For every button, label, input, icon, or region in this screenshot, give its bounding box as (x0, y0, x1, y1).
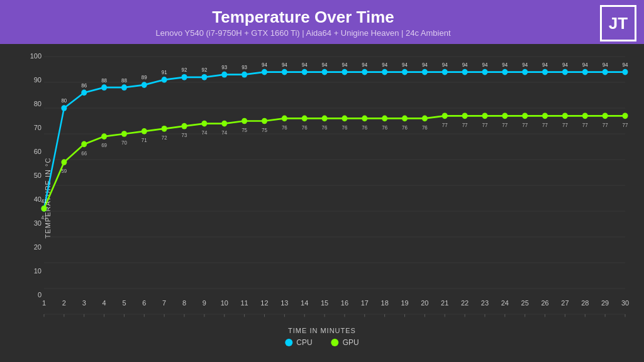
svg-text:94: 94 (402, 62, 408, 68)
svg-point-67 (562, 69, 568, 75)
svg-text:94: 94 (322, 62, 328, 68)
svg-text:94: 94 (482, 62, 488, 68)
x-tick: 5 (119, 299, 129, 307)
x-tick: 19 (400, 299, 410, 307)
svg-text:76: 76 (422, 124, 428, 130)
x-tick: 10 (219, 299, 230, 307)
svg-point-91 (442, 112, 448, 119)
svg-point-55 (322, 69, 328, 75)
svg-text:88: 88 (101, 77, 107, 83)
x-tick: 26 (540, 299, 550, 307)
svg-text:94: 94 (382, 62, 387, 68)
y-tick: 70 (28, 124, 42, 131)
svg-text:74: 74 (201, 129, 207, 136)
svg-point-98 (582, 112, 588, 119)
x-tick: 25 (520, 299, 530, 307)
y-tick: 10 (28, 267, 42, 275)
svg-point-89 (402, 116, 408, 122)
svg-point-65 (522, 69, 528, 75)
svg-point-64 (502, 69, 508, 75)
svg-point-71 (42, 206, 47, 212)
svg-text:74: 74 (221, 129, 227, 136)
logo: JT (600, 5, 636, 41)
legend-gpu: GPU (331, 338, 359, 347)
svg-text:86: 86 (81, 82, 87, 88)
svg-point-92 (462, 112, 468, 119)
svg-text:76: 76 (402, 124, 408, 130)
x-tick: 4 (99, 299, 109, 307)
cpu-legend-dot (285, 339, 292, 346)
svg-point-80 (221, 121, 227, 127)
svg-text:94: 94 (442, 62, 448, 68)
svg-point-84 (302, 116, 308, 122)
svg-point-45 (121, 84, 127, 90)
svg-point-50 (221, 72, 227, 78)
legend: CPU GPU (285, 338, 358, 347)
svg-text:77: 77 (542, 121, 548, 128)
chart-svg: 4180868888899192929393949494949494949494… (44, 57, 625, 314)
x-tick: 2 (59, 299, 69, 307)
svg-point-97 (562, 112, 568, 119)
x-tick: 16 (340, 299, 350, 307)
svg-text:94: 94 (562, 62, 568, 68)
svg-text:76: 76 (322, 124, 328, 130)
svg-text:93: 93 (221, 64, 227, 70)
chart-area: TEMPERATURE IN °C 4180868888899192929393… (0, 44, 644, 352)
x-tick: 17 (360, 299, 370, 307)
svg-text:94: 94 (522, 62, 528, 68)
svg-text:77: 77 (522, 121, 528, 128)
legend-cpu: CPU (285, 338, 312, 347)
svg-point-44 (101, 84, 107, 90)
svg-text:73: 73 (182, 132, 187, 138)
svg-point-48 (182, 74, 187, 80)
svg-point-61 (442, 69, 448, 75)
svg-text:94: 94 (602, 62, 608, 68)
svg-text:77: 77 (623, 121, 628, 128)
svg-text:76: 76 (302, 124, 308, 130)
svg-text:92: 92 (201, 67, 207, 73)
gpu-legend-dot (331, 339, 339, 346)
svg-text:76: 76 (282, 124, 287, 130)
svg-point-59 (402, 69, 408, 75)
y-tick: 20 (28, 243, 42, 251)
svg-text:72: 72 (162, 134, 167, 141)
svg-point-96 (542, 112, 548, 119)
y-tick: 40 (28, 195, 42, 203)
x-tick: 1 (39, 299, 49, 307)
svg-text:77: 77 (462, 121, 468, 128)
x-tick: 12 (259, 299, 269, 307)
svg-text:88: 88 (121, 77, 127, 83)
svg-text:94: 94 (422, 62, 428, 68)
y-tick: 0 (28, 291, 42, 299)
svg-point-51 (242, 72, 247, 78)
cpu-legend-label: CPU (296, 338, 312, 347)
svg-point-93 (482, 112, 487, 119)
svg-point-47 (162, 77, 167, 83)
x-tick: 24 (500, 299, 510, 307)
x-tick: 18 (380, 299, 390, 307)
y-tick: 100 (28, 52, 42, 60)
svg-text:94: 94 (262, 62, 267, 68)
svg-text:66: 66 (81, 150, 87, 156)
header-subtitle: Lenovo Y540 (i7-9750H + GTX 1660 Ti) | A… (13, 28, 594, 38)
svg-text:76: 76 (362, 124, 367, 130)
x-tick: 28 (580, 299, 590, 307)
y-tick: 90 (28, 76, 42, 84)
svg-point-85 (322, 116, 328, 122)
svg-point-68 (582, 69, 588, 75)
y-tick: 80 (28, 100, 42, 107)
svg-text:93: 93 (242, 64, 247, 70)
svg-point-99 (602, 112, 608, 119)
svg-text:91: 91 (162, 69, 167, 75)
svg-text:94: 94 (502, 62, 508, 68)
y-tick: 60 (28, 148, 42, 155)
svg-point-86 (341, 116, 347, 122)
svg-point-58 (382, 69, 387, 75)
svg-text:41: 41 (42, 214, 47, 221)
svg-text:89: 89 (142, 74, 147, 80)
svg-text:69: 69 (101, 142, 107, 148)
x-tick: 22 (460, 299, 470, 307)
gpu-legend-label: GPU (343, 338, 359, 347)
x-tick: 8 (179, 299, 189, 307)
x-axis-label: TIME IN MINUTES (288, 327, 356, 334)
